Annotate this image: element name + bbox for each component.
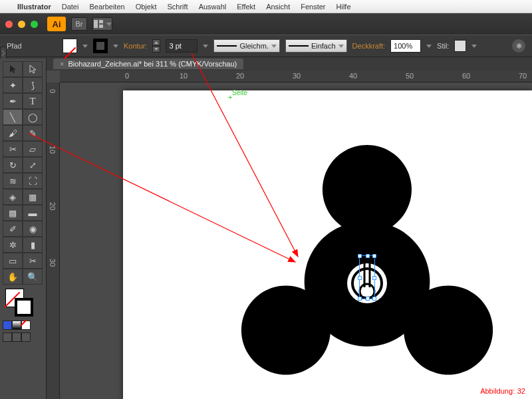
magic-wand-tool[interactable]: ✦ [3, 77, 23, 93]
scale-tool[interactable]: ⤢ [23, 157, 43, 173]
shape-builder-tool[interactable]: ◈ [3, 189, 23, 205]
menu-ansicht[interactable]: Ansicht [266, 3, 290, 11]
selection-bounding-box[interactable] [359, 255, 375, 299]
graphic-style-swatch[interactable] [454, 40, 466, 52]
menu-fenster[interactable]: Fenster [301, 3, 325, 11]
arrange-documents-button[interactable] [92, 17, 112, 31]
horizontal-ruler[interactable]: 0 10 20 30 40 50 60 70 [60, 70, 532, 82]
style-caret[interactable] [471, 45, 477, 48]
bridge-button[interactable]: Br [71, 17, 87, 31]
vertical-ruler[interactable]: 0 10 20 30 [47, 82, 60, 399]
symbol-sprayer-tool[interactable]: ✲ [3, 237, 23, 253]
variable-width-profile-dropdown[interactable]: Gleichm. [213, 39, 279, 53]
type-tool[interactable]: T [23, 93, 43, 109]
app-menu[interactable]: Illustrator [17, 3, 51, 11]
line-segment-tool[interactable]: ╲ [3, 109, 23, 125]
app-badge: Ai [47, 17, 66, 31]
perspective-grid-tool[interactable]: ▦ [23, 189, 43, 205]
slice-tool[interactable]: ✂ [23, 253, 43, 269]
opacity-label: Deckkraft: [352, 42, 386, 50]
hand-tool[interactable]: ✋ [3, 269, 23, 285]
lasso-tool[interactable]: ⟆ [23, 77, 43, 93]
mesh-tool[interactable]: ▩ [3, 205, 23, 221]
pencil-tool[interactable]: ✎ [23, 125, 43, 141]
rotate-tool[interactable]: ↻ [3, 157, 23, 173]
stroke-weight-input[interactable]: 3 pt [166, 39, 198, 53]
style-label: Stil: [437, 42, 449, 50]
stroke-swatch[interactable] [93, 39, 108, 53]
figure-annotation: Abbildung: 32 [480, 386, 525, 396]
stroke-weight-stepper[interactable] [152, 39, 160, 53]
app-titlebar: Ai Br [0, 13, 532, 35]
artwork-biohazard [123, 90, 532, 399]
gradient-tool[interactable]: ▬ [23, 205, 43, 221]
menu-effekt[interactable]: Effekt [237, 3, 255, 11]
svg-rect-0 [94, 20, 98, 28]
zoom-tool[interactable]: 🔍 [23, 269, 43, 285]
fill-stroke-indicator[interactable] [3, 289, 36, 319]
svg-rect-2 [99, 25, 103, 28]
workspace: 0 10 20 30 40 50 60 70 0 10 20 30 + Seit… [47, 70, 532, 399]
panel-menu-gear-icon[interactable]: ✱ [512, 39, 525, 53]
color-mode-buttons[interactable] [3, 321, 43, 330]
artboard[interactable]: + Seite [123, 90, 532, 399]
menu-bearbeiten[interactable]: Bearbeiten [89, 3, 124, 11]
stroke-label: Kontur: [124, 42, 147, 50]
menu-objekt[interactable]: Objekt [136, 3, 157, 11]
free-transform-tool[interactable]: ⛶ [23, 173, 43, 189]
opacity-input[interactable]: 100% [390, 39, 421, 53]
opacity-caret[interactable] [426, 45, 432, 48]
close-window-button[interactable] [5, 21, 13, 28]
menu-schrift[interactable]: Schrift [167, 3, 188, 11]
blob-brush-tool[interactable]: ✂ [3, 141, 23, 157]
selection-tool[interactable] [3, 61, 23, 77]
document-title: Biohazard_Zeichen.ai* bei 311 % (CMYK/Vo… [68, 60, 237, 68]
blend-tool[interactable]: ◉ [23, 221, 43, 237]
menu-auswahl[interactable]: Auswahl [199, 3, 227, 11]
document-tab[interactable]: × Biohazard_Zeichen.ai* bei 311 % (CMYK/… [53, 59, 243, 69]
stroke-weight-caret[interactable] [203, 45, 208, 48]
collapsed-panel-handle[interactable] [0, 47, 7, 60]
fill-swatch[interactable] [63, 39, 77, 53]
ellipse-tool[interactable]: ◯ [23, 109, 43, 125]
maximize-window-button[interactable] [31, 21, 38, 28]
selection-type-label: Pfad [7, 42, 39, 50]
brush-definition-dropdown[interactable]: Einfach [285, 39, 347, 53]
paintbrush-tool[interactable]: 🖌 [3, 125, 23, 141]
column-graph-tool[interactable]: ▮ [23, 237, 43, 253]
minimize-window-button[interactable] [18, 21, 25, 28]
width-tool[interactable]: ≋ [3, 173, 23, 189]
document-tab-strip: × Biohazard_Zeichen.ai* bei 311 % (CMYK/… [0, 57, 532, 70]
os-menubar: Illustrator Datei Bearbeiten Objekt Schr… [0, 0, 532, 13]
tools-panel: ✦⟆ ✒T ╲◯ 🖌✎ ✂▱ ↻⤢ ≋⛶ ◈▦ ▩▬ ✐◉ ✲▮ ▭✂ ✋🔍 [0, 59, 47, 399]
menu-datei[interactable]: Datei [62, 3, 79, 11]
pen-tool[interactable]: ✒ [3, 93, 23, 109]
grid-icon [94, 20, 104, 28]
screen-mode-buttons[interactable] [3, 332, 43, 342]
menu-hilfe[interactable]: Hilfe [336, 3, 351, 11]
canvas-area[interactable]: + Seite [60, 82, 532, 399]
fill-dropdown-caret[interactable] [82, 45, 88, 48]
stroke-dropdown-caret[interactable] [113, 45, 118, 48]
eraser-tool[interactable]: ▱ [23, 141, 43, 157]
close-tab-icon[interactable]: × [60, 60, 64, 68]
svg-rect-1 [99, 20, 103, 23]
eyedropper-tool[interactable]: ✐ [3, 221, 23, 237]
artboard-tool[interactable]: ▭ [3, 253, 23, 269]
direct-selection-tool[interactable] [23, 61, 43, 77]
control-bar: Pfad Kontur: 3 pt Gleichm. Einfach Deckk… [0, 35, 532, 57]
